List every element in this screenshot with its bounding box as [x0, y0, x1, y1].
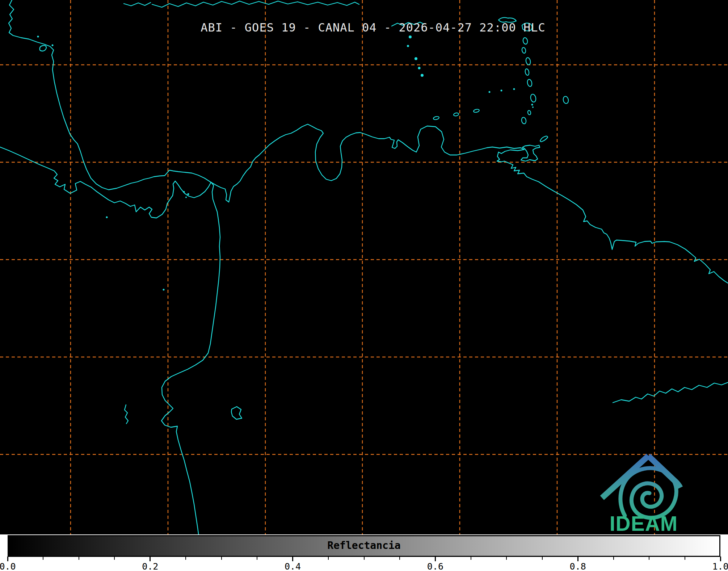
ecuador-coast-islets [125, 405, 128, 424]
tobago-island [540, 136, 548, 142]
bonaire-island [473, 109, 479, 113]
colorbar-major-tick [435, 557, 436, 561]
colorbar-minor-tick [257, 557, 257, 560]
satellite-map: IDEAM ABI - GOES 19 - CANAL 04 - 2026-04… [0, 0, 728, 534]
barbados-island [563, 96, 569, 104]
colorbar-major-tick [720, 557, 721, 561]
hispaniola-south-coast-fragment [152, 1, 359, 7]
colorbar-major-tick [577, 557, 578, 561]
island-dot [188, 193, 189, 195]
colorbar-minor-tick [649, 557, 649, 560]
puna-island [231, 407, 242, 419]
colorbar-tick-label: 0.4 [285, 561, 301, 571]
logo-hurricane-spiral-icon [620, 468, 676, 518]
island-dot [531, 104, 533, 106]
colorbar-tick-label: 0.8 [570, 561, 586, 571]
lesser-antilles-chain-island [530, 94, 536, 102]
guiana-coast-zigzag [613, 382, 728, 403]
central-america-caribbean-to-atlantic-coast [9, 0, 728, 283]
island-dot [418, 67, 421, 70]
island-dot [407, 45, 409, 47]
island-dot [52, 45, 54, 46]
colorbar-minor-tick [114, 557, 115, 560]
colorbar: Reflectancia 0.00.20.40.60.81.0 [0, 534, 728, 571]
map-title: ABI - GOES 19 - CANAL 04 - 2026-04-27 22… [0, 21, 728, 34]
colorbar-minor-tick [613, 557, 614, 560]
trinidad-island [521, 145, 540, 161]
colorbar-minor-tick [43, 557, 43, 560]
colorbar-minor-tick [685, 557, 685, 560]
map-canvas: IDEAM [0, 0, 728, 534]
colorbar-tick-label: 0.6 [427, 561, 443, 571]
island-dot [37, 36, 39, 38]
logo-text: IDEAM [610, 512, 678, 534]
lesser-antilles-chain-island [522, 37, 528, 45]
colorbar-label: Reflectancia [8, 535, 720, 557]
lesser-antilles-chain-island [527, 79, 533, 87]
colorbar-tick-label: 1.0 [712, 561, 728, 571]
colorbar-minor-tick [79, 557, 79, 560]
island-dot [421, 74, 424, 77]
island-dot [106, 217, 108, 218]
curacao-island [453, 113, 459, 117]
colorbar-tick-label: 0.0 [0, 561, 16, 571]
colorbar-major-tick [292, 557, 293, 561]
colorbar-minor-tick [364, 557, 365, 560]
satellite-image-viewer: IDEAM ABI - GOES 19 - CANAL 04 - 2026-04… [0, 0, 728, 571]
colorbar-major-tick [150, 557, 151, 561]
logo-mountain-icon [602, 456, 648, 498]
nicaragua-cape-islet [40, 46, 46, 51]
colorbar-tick-label: 0.2 [142, 561, 158, 571]
colorbar-minor-tick [221, 557, 222, 560]
colorbar-minor-tick [506, 557, 507, 560]
jamaica-east-fragment [124, 3, 151, 6]
island-dot [183, 191, 185, 193]
island-dot [409, 35, 412, 38]
ideam-logo: IDEAM [602, 456, 680, 534]
lesser-antilles-chain-island [525, 57, 531, 65]
colorbar-minor-tick [328, 557, 329, 560]
colorbar-minor-tick [185, 557, 186, 560]
island-dot [532, 106, 534, 108]
pacific-coast-central-america-to-peru [0, 147, 220, 534]
island-dot [501, 90, 502, 92]
aruba-island [433, 116, 439, 120]
lesser-antilles-chain-island [521, 47, 526, 54]
grenada-island [521, 117, 526, 124]
colorbar-minor-tick [399, 557, 400, 560]
island-dot [415, 57, 417, 60]
coastline-layer [0, 0, 728, 534]
island-dot [489, 91, 491, 93]
lesser-antilles-chain-island [527, 110, 531, 115]
island-dot [513, 88, 515, 90]
lesser-antilles-chain-island [525, 68, 530, 76]
colorbar-minor-tick [542, 557, 543, 560]
colorbar-minor-tick [471, 557, 471, 560]
latlon-grid [0, 0, 728, 534]
island-dot [185, 197, 187, 198]
colorbar-major-tick [7, 557, 8, 561]
island-dot [163, 289, 165, 291]
